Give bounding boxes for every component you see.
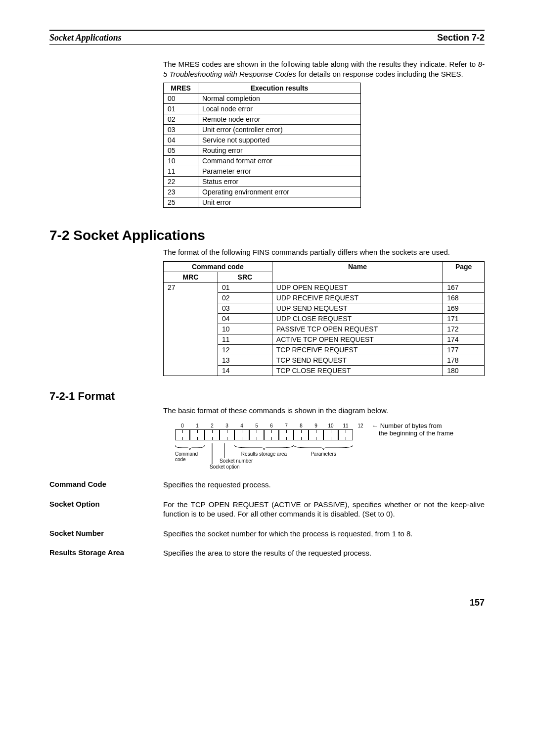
brace-icon xyxy=(175,445,205,450)
section-7-2-1-heading: 7-2-1 Format xyxy=(49,390,485,403)
intro-pre: The MRES codes are shown in the followin… xyxy=(163,60,478,68)
diagram-labels: Command code Results storage area Parame… xyxy=(175,440,368,470)
table-row: 03Unit error (controller error) xyxy=(164,125,361,135)
def-body: For the TCP OPEN REQUEST (ACTIVE or PASS… xyxy=(163,500,485,519)
byte-boxes xyxy=(175,429,368,440)
section-7-2-heading: 7-2 Socket Applications xyxy=(49,228,485,243)
intro-post: for details on response codes including … xyxy=(296,70,463,78)
intro-paragraph: The MRES codes are shown in the followin… xyxy=(163,59,485,79)
table-header-row: MRES Execution results xyxy=(164,83,361,94)
format-diagram: 0 1 2 3 4 5 6 7 8 9 10 11 12 xyxy=(163,423,485,470)
def-label: Results Storage Area xyxy=(49,548,153,558)
results-storage-label: Results storage area xyxy=(234,451,294,457)
line-icon xyxy=(207,443,222,464)
def-body: Specifies the area to store the results … xyxy=(163,548,485,558)
def-label: Socket Number xyxy=(49,529,153,539)
mres-table: MRES Execution results 00Normal completi… xyxy=(163,83,361,208)
table-row: 04Service not supported xyxy=(164,135,361,145)
page-header-col: Page xyxy=(443,261,485,282)
page-header: Socket Applications Section 7-2 xyxy=(49,33,485,45)
definition-row: Socket Option For the TCP OPEN REQUEST (… xyxy=(49,500,485,519)
def-label: Command Code xyxy=(49,480,153,490)
header-left: Socket Applications xyxy=(49,33,122,43)
command-code-header: Command code xyxy=(164,261,272,272)
byte-count-note: ← Number of bytes from the beginning of … xyxy=(372,422,453,437)
section-7-2-intro: The format of the following FINS command… xyxy=(163,247,485,257)
name-header: Name xyxy=(272,261,443,282)
mrc-cell: 27 xyxy=(164,282,218,376)
table-header-row: Command code Name Page xyxy=(164,261,485,272)
table-row: 25Unit error xyxy=(164,197,361,208)
parameters-label: Parameters xyxy=(294,451,353,457)
table-row: 11Parameter error xyxy=(164,166,361,177)
table-row: 22Status error xyxy=(164,177,361,187)
command-code-label: Command code xyxy=(175,451,205,462)
def-body: Specifies the requested process. xyxy=(163,480,485,490)
header-right: Section 7-2 xyxy=(437,33,485,43)
brace-icon xyxy=(234,445,294,450)
arrow-icon: ← xyxy=(372,422,378,429)
table-row: 01Local node error xyxy=(164,104,361,114)
execution-header: Execution results xyxy=(198,83,361,94)
mres-header: MRES xyxy=(164,83,198,94)
definition-row: Command Code Specifies the requested pro… xyxy=(49,480,485,490)
socket-option-label: Socket option xyxy=(210,464,259,470)
socket-number-label: Socket number xyxy=(220,458,269,464)
table-row: 27 01 UDP OPEN REQUEST 167 xyxy=(164,282,485,292)
definition-row: Socket Number Specifies the socket numbe… xyxy=(49,529,485,539)
table-row: 23Operating environment error xyxy=(164,187,361,197)
byte-number-labels: 0 1 2 3 4 5 6 7 8 9 10 11 12 xyxy=(175,423,368,428)
def-body: Specifies the socket number for which th… xyxy=(163,529,485,539)
mrc-header: MRC xyxy=(164,272,218,282)
src-header: SRC xyxy=(218,272,272,282)
table-row: 05Routing error xyxy=(164,145,361,156)
table-row: 02Remote node error xyxy=(164,114,361,125)
definition-row: Results Storage Area Specifies the area … xyxy=(49,548,485,558)
def-label: Socket Option xyxy=(49,500,153,519)
table-row: 10Command format error xyxy=(164,156,361,166)
section-7-2-1-intro: The basic format of these commands is sh… xyxy=(163,406,485,416)
table-row: 00Normal completion xyxy=(164,94,361,104)
brace-icon xyxy=(294,445,353,450)
command-table: Command code Name Page MRC SRC 27 01 UDP… xyxy=(163,261,485,376)
page-number: 157 xyxy=(49,598,485,608)
